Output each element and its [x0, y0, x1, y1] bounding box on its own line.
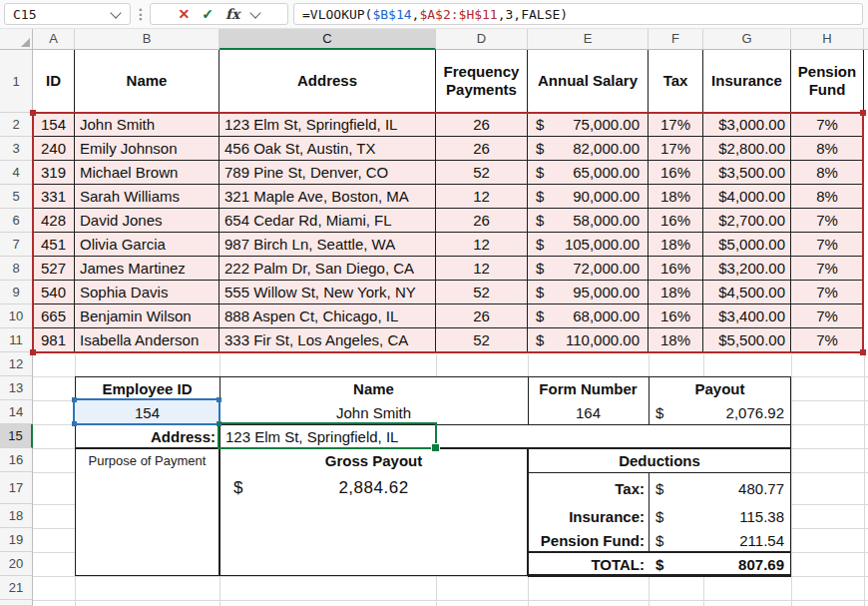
table-cell[interactable]: 123 Elm St, Springfield, IL — [219, 113, 436, 137]
table-cell[interactable]: Emily Johnson — [75, 137, 219, 161]
table-cell[interactable]: 18% — [649, 233, 703, 257]
table-cell[interactable]: 16% — [649, 209, 703, 233]
table-cell[interactable]: 26 — [436, 113, 528, 137]
row-header-2[interactable]: 2 — [0, 113, 33, 137]
table-cell-salary[interactable]: $75,000.00 — [528, 113, 649, 137]
table-cell[interactable]: 665 — [33, 304, 75, 328]
table-cell[interactable]: Sarah Williams — [75, 185, 219, 209]
table-cell[interactable]: 7% — [791, 328, 864, 352]
row-header-8[interactable]: 8 — [0, 257, 33, 281]
table-cell[interactable]: 7% — [791, 233, 864, 257]
cancel-icon[interactable]: ✕ — [179, 6, 191, 22]
table-header-cell[interactable]: Tax — [649, 50, 703, 113]
table-cell[interactable]: Michael Brown — [75, 161, 219, 185]
table-cell[interactable]: 333 Fir St, Los Angeles, CA — [219, 328, 436, 352]
table-cell[interactable]: 16% — [649, 257, 703, 281]
table-cell[interactable]: $3,000.00 — [703, 113, 791, 137]
row-header-18[interactable]: 18 — [0, 504, 33, 528]
table-header-cell[interactable]: Pension Fund — [791, 50, 864, 113]
insert-function-icon[interactable]: fx — [225, 6, 239, 22]
table-cell[interactable]: 527 — [33, 257, 75, 281]
table-cell[interactable]: 981 — [33, 328, 75, 352]
cell-address-value[interactable]: 123 Elm St, Springfield, IL — [219, 424, 436, 448]
table-cell[interactable]: 8% — [791, 137, 864, 161]
table-cell[interactable]: 7% — [791, 304, 864, 328]
name-box-chevron-icon[interactable] — [110, 7, 121, 18]
table-cell[interactable]: 52 — [436, 161, 528, 185]
column-header-H[interactable]: H — [791, 28, 864, 50]
cell-insurance-value[interactable]: $ 115.38 — [649, 504, 791, 528]
table-cell[interactable]: 12 — [436, 233, 528, 257]
cell-tax-value[interactable]: $ 480.77 — [649, 472, 791, 504]
cell-name-value[interactable]: John Smith — [219, 400, 528, 424]
row-header-17[interactable]: 17 — [0, 472, 33, 504]
table-cell[interactable]: Sophia Davis — [75, 281, 219, 304]
table-cell[interactable]: James Martinez — [75, 257, 219, 281]
column-header-D[interactable]: D — [436, 28, 528, 50]
row-header-3[interactable]: 3 — [0, 137, 33, 161]
enter-icon[interactable]: ✓ — [202, 6, 214, 22]
table-cell[interactable]: $5,500.00 — [703, 328, 791, 352]
table-cell[interactable]: 12 — [436, 185, 528, 209]
table-cell[interactable]: Isabella Anderson — [75, 328, 219, 352]
table-cell[interactable]: 7% — [791, 281, 864, 304]
table-cell[interactable]: 540 — [33, 281, 75, 304]
table-cell-salary[interactable]: $68,000.00 — [528, 304, 649, 328]
select-all-button[interactable] — [0, 28, 33, 50]
table-cell[interactable]: 451 — [33, 233, 75, 257]
table-cell[interactable]: 17% — [649, 137, 703, 161]
column-header-C[interactable]: C — [219, 28, 436, 50]
table-cell[interactable]: 26 — [436, 209, 528, 233]
row-header-19[interactable]: 19 — [0, 528, 33, 552]
table-cell[interactable]: 26 — [436, 137, 528, 161]
row-header-6[interactable]: 6 — [0, 209, 33, 233]
table-cell[interactable]: 12 — [436, 257, 528, 281]
table-cell[interactable]: 8% — [791, 161, 864, 185]
row-header-5[interactable]: 5 — [0, 185, 33, 209]
table-cell-salary[interactable]: $110,000.00 — [528, 328, 649, 352]
table-cell[interactable]: 8% — [791, 185, 864, 209]
row-header-1[interactable]: 1 — [0, 50, 33, 113]
table-header-cell[interactable]: Name — [75, 50, 219, 113]
table-header-cell[interactable]: Insurance — [703, 50, 791, 113]
column-header-F[interactable]: F — [649, 28, 703, 50]
column-header-E[interactable]: E — [528, 28, 649, 50]
table-cell[interactable]: $4,000.00 — [703, 185, 791, 209]
table-cell-salary[interactable]: $105,000.00 — [528, 233, 649, 257]
table-cell[interactable]: 17% — [649, 113, 703, 137]
table-cell[interactable]: $2,700.00 — [703, 209, 791, 233]
table-cell[interactable]: David Jones — [75, 209, 219, 233]
table-cell[interactable]: 789 Pine St, Denver, CO — [219, 161, 436, 185]
table-cell[interactable]: 888 Aspen Ct, Chicago, IL — [219, 304, 436, 328]
row-header-14[interactable]: 14 — [0, 400, 33, 424]
table-cell[interactable]: 18% — [649, 281, 703, 304]
row-header-10[interactable]: 10 — [0, 304, 33, 328]
table-cell[interactable]: 654 Cedar Rd, Miami, FL — [219, 209, 436, 233]
table-cell-salary[interactable]: $82,000.00 — [528, 137, 649, 161]
cell-payout-value[interactable]: $ 2,076.92 — [649, 400, 791, 424]
table-cell[interactable]: $5,000.00 — [703, 233, 791, 257]
table-cell[interactable]: 26 — [436, 304, 528, 328]
table-cell-salary[interactable]: $65,000.00 — [528, 161, 649, 185]
row-header-13[interactable]: 13 — [0, 376, 33, 400]
table-cell[interactable]: 16% — [649, 161, 703, 185]
table-cell[interactable]: 555 Willow St, New York, NY — [219, 281, 436, 304]
row-header-9[interactable]: 9 — [0, 281, 33, 304]
table-cell[interactable]: Benjamin Wilson — [75, 304, 219, 328]
table-cell[interactable]: 240 — [33, 137, 75, 161]
cell-form-number-value[interactable]: 164 — [528, 400, 649, 424]
table-cell[interactable]: 16% — [649, 304, 703, 328]
column-header-G[interactable]: G — [703, 28, 791, 50]
table-cell-salary[interactable]: $72,000.00 — [528, 257, 649, 281]
table-cell[interactable]: 52 — [436, 281, 528, 304]
table-cell-salary[interactable]: $58,000.00 — [528, 209, 649, 233]
table-cell[interactable]: Olivia Garcia — [75, 233, 219, 257]
row-header-11[interactable]: 11 — [0, 328, 33, 352]
table-cell-salary[interactable]: $95,000.00 — [528, 281, 649, 304]
table-cell[interactable]: 222 Palm Dr, San Diego, CA — [219, 257, 436, 281]
row-header-4[interactable]: 4 — [0, 161, 33, 185]
more-options-icon[interactable]: ⋮ — [134, 3, 148, 25]
table-cell[interactable]: 7% — [791, 209, 864, 233]
cell-pension-value[interactable]: $ 211.54 — [649, 528, 791, 552]
row-header-16[interactable]: 16 — [0, 448, 33, 472]
